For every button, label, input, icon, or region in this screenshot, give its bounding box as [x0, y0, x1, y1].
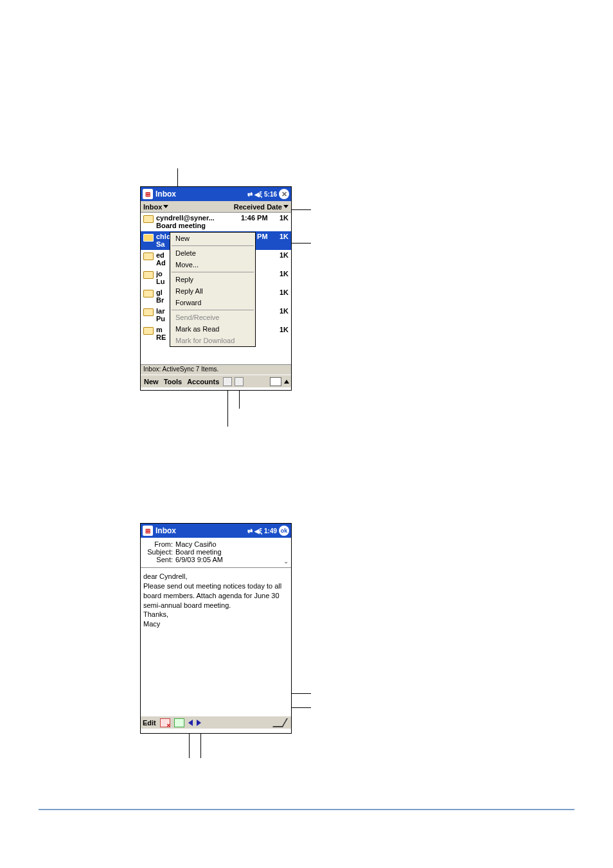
from-label: From:: [145, 540, 175, 548]
body-line: Thanks,: [143, 610, 289, 619]
envelope-icon: [143, 271, 154, 279]
message-view-screen: ⊞ Inbox ⇄ ◀ξ 1:49 ok From: Macy Casiño S…: [140, 523, 292, 734]
clock-text: 1:49: [264, 527, 277, 535]
sip-icon[interactable]: [272, 718, 288, 727]
envelope-icon: [143, 252, 154, 260]
menu-send-receive[interactable]: Send/Receive: [170, 312, 255, 323]
from-value: Macy Casiño: [175, 540, 287, 548]
envelope-icon: [143, 308, 154, 316]
message-subject: Board meeting: [156, 222, 241, 229]
menu-mark-download[interactable]: Mark for Download: [170, 335, 255, 346]
chevron-up-icon[interactable]: [284, 380, 289, 384]
clock-text: 5:16: [264, 191, 277, 198]
menu-move[interactable]: Move...: [170, 259, 255, 270]
ok-icon[interactable]: ok: [279, 526, 289, 536]
tray-icons: ⇄ ◀ξ 5:16 ✕: [247, 189, 289, 199]
context-menu: New Delete Move... Reply Reply All Forwa…: [170, 232, 256, 347]
chevron-down-icon: [283, 205, 289, 208]
menu-edit[interactable]: Edit: [143, 719, 156, 727]
keyboard-icon[interactable]: [270, 377, 281, 386]
folder-selector[interactable]: Inbox: [143, 203, 234, 211]
message-size: 1K: [276, 326, 289, 333]
message-list: cyndrell@syner... Board meeting 1:46 PM …: [141, 213, 291, 364]
speaker-icon[interactable]: ◀ξ: [254, 191, 262, 198]
envelope-icon: [143, 234, 154, 242]
sort-label: Received Date: [234, 203, 282, 211]
menu-accounts[interactable]: Accounts: [186, 378, 220, 385]
menu-delete[interactable]: Delete: [170, 247, 255, 259]
status-bar: Inbox: ActiveSync 7 Items.: [141, 364, 291, 375]
envelope-icon: [143, 327, 154, 335]
menu-new[interactable]: New: [143, 378, 160, 385]
connect-icon[interactable]: [235, 377, 244, 386]
command-bar: Edit: [141, 716, 291, 729]
envelope-icon: [143, 290, 154, 297]
subject-label: Subject:: [145, 548, 175, 556]
speaker-icon[interactable]: ◀ξ: [254, 527, 262, 535]
menu-mark-read[interactable]: Mark as Read: [170, 323, 255, 335]
page-divider: [39, 809, 574, 810]
message-row[interactable]: cyndrell@syner... Board meeting 1:46 PM …: [141, 213, 291, 231]
message-body: dear Cyndrell, Please send out meeting n…: [141, 568, 291, 716]
message-time: 1:46 PM: [241, 214, 276, 222]
message-header: From: Macy Casiño Subject: Board meeting…: [141, 538, 291, 568]
message-size: 1K: [276, 307, 289, 315]
message-size: 1K: [276, 288, 289, 296]
folder-label: Inbox: [143, 203, 162, 211]
menu-separator: [172, 310, 254, 310]
list-header: Inbox Received Date: [141, 201, 291, 213]
message-from: cyndrell@syner...: [156, 214, 241, 222]
sent-label: Sent:: [145, 556, 175, 563]
app-title: Inbox: [155, 526, 247, 535]
message-size: 1K: [276, 270, 289, 278]
reply-icon[interactable]: [174, 718, 184, 727]
message-size: 1K: [276, 251, 289, 259]
subject-value: Board meeting: [175, 548, 287, 556]
start-icon[interactable]: ⊞: [143, 189, 153, 199]
expand-chevron-icon[interactable]: ⌄: [283, 558, 289, 565]
menu-reply[interactable]: Reply: [170, 274, 255, 285]
sent-value: 6/9/03 9:05 AM: [175, 556, 287, 563]
menu-separator: [172, 272, 254, 272]
body-line: Please send out meeting notices today to…: [143, 581, 289, 610]
sort-selector[interactable]: Received Date: [234, 203, 289, 211]
connectivity-icon[interactable]: ⇄: [247, 191, 253, 198]
title-bar: ⊞ Inbox ⇄ ◀ξ 5:16 ✕: [141, 187, 291, 201]
body-line: dear Cyndrell,: [143, 572, 289, 581]
delete-icon[interactable]: [160, 718, 170, 727]
menu-separator: [172, 245, 254, 246]
menu-reply-all[interactable]: Reply All: [170, 285, 255, 297]
menu-tools[interactable]: Tools: [163, 378, 184, 385]
start-icon[interactable]: ⊞: [143, 526, 153, 536]
tray-icons: ⇄ ◀ξ 1:49 ok: [247, 526, 289, 536]
command-bar: New Tools Accounts: [141, 375, 291, 387]
menu-new[interactable]: New: [170, 233, 255, 244]
body-line: Macy: [143, 619, 289, 629]
message-size: 1K: [276, 233, 289, 240]
previous-icon[interactable]: [188, 720, 193, 726]
title-bar: ⊞ Inbox ⇄ ◀ξ 1:49 ok: [141, 524, 291, 538]
app-title: Inbox: [155, 190, 247, 199]
services-icon[interactable]: [223, 377, 232, 386]
message-size: 1K: [276, 214, 289, 222]
chevron-down-icon: [163, 205, 168, 208]
next-icon[interactable]: [197, 720, 201, 726]
menu-forward[interactable]: Forward: [170, 297, 255, 308]
inbox-list-screen: ⊞ Inbox ⇄ ◀ξ 5:16 ✕ Inbox Received Date …: [140, 186, 292, 391]
envelope-icon: [143, 215, 154, 223]
close-icon[interactable]: ✕: [279, 189, 289, 199]
connectivity-icon[interactable]: ⇄: [247, 527, 253, 535]
